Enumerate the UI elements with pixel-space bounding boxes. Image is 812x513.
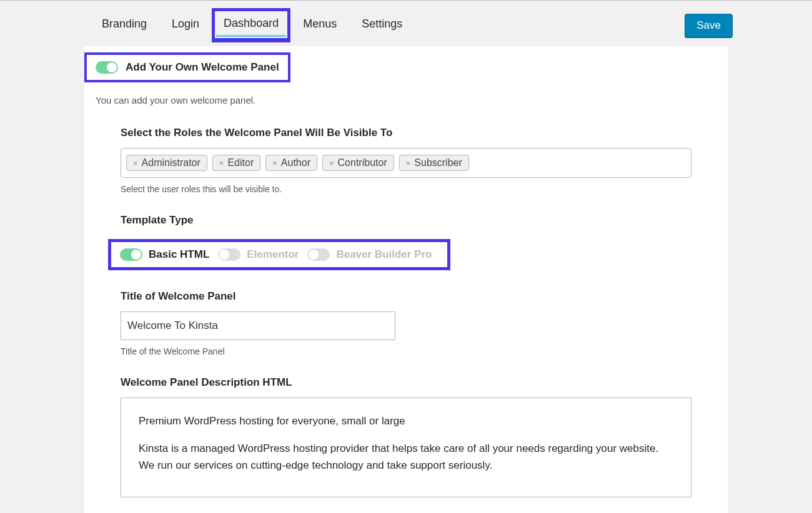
remove-icon[interactable]: × (133, 159, 138, 168)
roles-input[interactable]: ×Administrator ×Editor ×Author ×Contribu… (121, 148, 691, 178)
settings-tabs: Branding Login Dashboard Menus Settings … (84, 1, 728, 46)
template-beaver-toggle[interactable] (307, 248, 330, 261)
description-paragraph: Premium WordPress hosting for everyone, … (139, 413, 673, 429)
template-type-title: Template Type (121, 214, 691, 227)
tab-login[interactable]: Login (159, 9, 212, 42)
template-type-options: Basic HTML Elementor Beaver Builder Pro (108, 239, 450, 270)
welcome-panel-toggle[interactable] (96, 61, 118, 74)
tab-settings[interactable]: Settings (349, 9, 415, 42)
tab-menus[interactable]: Menus (290, 9, 349, 42)
template-basic-html-label: Basic HTML (149, 248, 209, 261)
welcome-panel-toggle-row: Add Your Own Welcome Panel (84, 52, 290, 82)
template-elementor-toggle[interactable] (218, 248, 240, 261)
roles-title: Select the Roles the Welcome Panel Will … (121, 127, 691, 139)
template-beaver-label: Beaver Builder Pro (336, 248, 432, 261)
welcome-panel-title-input[interactable] (121, 311, 395, 340)
welcome-panel-title-help: Title of the Welcome Panel (121, 346, 691, 356)
welcome-panel-description-label: Welcome Panel Description HTML (121, 376, 691, 389)
welcome-panel-hint: You can add your own welcome panel. (84, 82, 728, 113)
save-button[interactable]: Save (685, 14, 733, 37)
description-paragraph: Kinsta is a managed WordPress hosting pr… (139, 441, 673, 474)
panel-body: Add Your Own Welcome Panel You can add y… (84, 46, 728, 513)
roles-help: Select the user roles this will be visib… (121, 184, 691, 194)
title-of-welcome-panel-label: Title of Welcome Panel (121, 290, 691, 303)
tab-branding[interactable]: Branding (89, 9, 159, 42)
remove-icon[interactable]: × (329, 159, 334, 168)
tab-dashboard[interactable]: Dashboard (212, 8, 290, 42)
template-elementor-label: Elementor (247, 248, 299, 261)
template-basic-html-toggle[interactable] (120, 248, 142, 261)
role-chip-editor[interactable]: ×Editor (212, 155, 260, 171)
remove-icon[interactable]: × (406, 159, 411, 168)
remove-icon[interactable]: × (219, 159, 224, 168)
remove-icon[interactable]: × (272, 159, 277, 168)
welcome-panel-description-editor[interactable]: Premium WordPress hosting for everyone, … (121, 398, 691, 497)
role-chip-author[interactable]: ×Author (265, 155, 317, 171)
role-chip-subscriber[interactable]: ×Subscriber (399, 155, 469, 171)
welcome-panel-toggle-label: Add Your Own Welcome Panel (126, 61, 279, 74)
role-chip-contributor[interactable]: ×Contributor (322, 155, 394, 171)
role-chip-administrator[interactable]: ×Administrator (126, 155, 207, 171)
